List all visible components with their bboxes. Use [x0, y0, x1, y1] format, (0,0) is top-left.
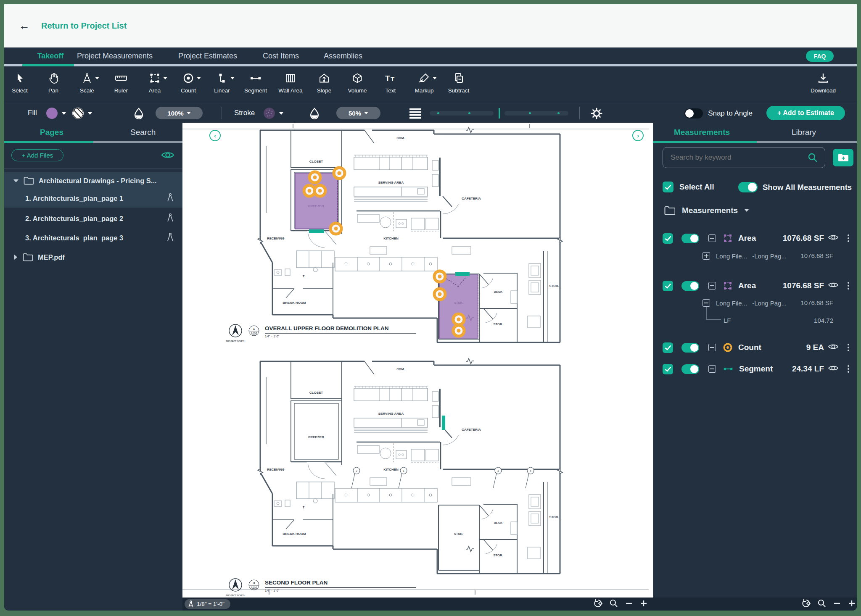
- add-files-button[interactable]: + Add Files: [11, 149, 63, 161]
- collapse-icon[interactable]: [708, 282, 716, 290]
- stroke-color-swatch[interactable]: [264, 108, 275, 119]
- tab-library[interactable]: Library: [792, 128, 816, 137]
- page-row-2[interactable]: 2. Architecturals_plan_page 2: [4, 209, 182, 228]
- row-checkbox[interactable]: [663, 364, 673, 374]
- measurement-search-box[interactable]: [663, 147, 825, 168]
- expand-icon[interactable]: [703, 252, 710, 260]
- row-checkbox[interactable]: [663, 233, 673, 244]
- svg-text:4: 4: [530, 469, 531, 472]
- gear-icon[interactable]: [590, 107, 603, 120]
- page-row-3[interactable]: 3. Architecturals_plan_page 3: [4, 229, 182, 247]
- faq-button[interactable]: FAQ: [806, 50, 834, 62]
- eye-icon[interactable]: [827, 363, 839, 374]
- zoom-out-icon[interactable]: [833, 599, 841, 608]
- tab-project-measurements[interactable]: Project Measurements: [64, 47, 165, 64]
- measurement-row[interactable]: Count 9 EA: [663, 339, 856, 356]
- measurement-row[interactable]: Area 1076.68 SF: [663, 277, 856, 294]
- plan2-title: SECOND FLOOR PLAN: [265, 579, 327, 586]
- zoom-in-icon[interactable]: [848, 599, 856, 608]
- show-all-toggle[interactable]: [738, 182, 758, 192]
- pages-visibility-eye-icon[interactable]: [161, 149, 175, 161]
- svg-text:3: 3: [497, 469, 499, 472]
- room-label-closet: CLOSET: [309, 391, 323, 395]
- measurement-search-input[interactable]: [671, 153, 797, 162]
- tool-subtract[interactable]: Subtract: [438, 71, 479, 94]
- fill-pattern-swatch[interactable]: [72, 108, 84, 119]
- drawing-canvas[interactable]: COM.CLOSETFREEZERSERVING AREACAFETERIAKI…: [182, 123, 653, 611]
- fill-label: Fill: [28, 109, 37, 117]
- next-page-button[interactable]: ›: [632, 130, 644, 141]
- row-visibility-toggle[interactable]: [681, 343, 699, 353]
- add-to-estimate-button[interactable]: + Add to Estimate: [766, 106, 845, 120]
- tab-search[interactable]: Search: [130, 128, 156, 137]
- measurement-row[interactable]: Area 1076.68 SF: [663, 230, 856, 247]
- rotate-icon[interactable]: [802, 599, 811, 608]
- row-visibility-toggle[interactable]: [681, 234, 699, 243]
- collapse-icon[interactable]: [708, 234, 716, 242]
- select-all-checkbox[interactable]: [663, 182, 673, 192]
- room-label-serving: SERVING AREA: [378, 412, 404, 416]
- page-row-1[interactable]: 1. Architecturals_plan_page 1: [4, 189, 182, 208]
- rotate-icon[interactable]: [594, 599, 603, 608]
- fill-opacity-select[interactable]: 100%: [156, 107, 203, 119]
- segment-measurement[interactable]: [442, 416, 445, 430]
- folder-expand-caret[interactable]: [13, 179, 18, 182]
- tool-download[interactable]: Download: [803, 71, 843, 94]
- folder-row-architectural[interactable]: Architectural Drawings - Pricing S...: [4, 172, 182, 189]
- fill-color-swatch[interactable]: [46, 108, 58, 119]
- return-to-project-list-link[interactable]: Return to Project List: [41, 21, 127, 31]
- add-folder-button[interactable]: [833, 149, 853, 166]
- row-visibility-toggle[interactable]: [681, 364, 699, 374]
- slider-divider: [499, 108, 500, 118]
- eye-icon[interactable]: [827, 233, 839, 244]
- zoom-out-icon[interactable]: [625, 599, 633, 608]
- measurement-type-icon: [723, 281, 733, 291]
- kebab-menu-icon[interactable]: [848, 282, 849, 290]
- measurement-type-icon: [723, 364, 734, 374]
- zoom-search-icon[interactable]: [609, 599, 618, 608]
- row-visibility-toggle[interactable]: [681, 281, 699, 291]
- folder-collapsed-caret[interactable]: [14, 255, 17, 260]
- kebab-menu-icon[interactable]: [848, 234, 849, 242]
- folder-row-mep[interactable]: MEP.pdf: [4, 249, 182, 266]
- select-all-label: Select All: [679, 182, 714, 192]
- line-weight-icon[interactable]: [409, 107, 422, 120]
- kebab-menu-icon[interactable]: [848, 344, 849, 351]
- eye-icon[interactable]: [827, 342, 839, 353]
- stroke-color-caret[interactable]: [279, 112, 283, 115]
- opacity-slider[interactable]: [504, 111, 568, 116]
- line-weight-slider[interactable]: [430, 111, 494, 116]
- tab-measurements[interactable]: Measurements: [674, 128, 730, 137]
- tab-assemblies[interactable]: Assemblies: [293, 47, 394, 64]
- measurement-row[interactable]: Segment 24.34 LF: [663, 361, 856, 377]
- snap-to-angle-toggle[interactable]: [684, 108, 703, 118]
- segment-measurement[interactable]: [309, 229, 324, 233]
- zoom-in-icon[interactable]: [639, 599, 648, 608]
- kebab-menu-icon[interactable]: [848, 365, 849, 373]
- stroke-label: Stroke: [234, 109, 255, 117]
- scale-badge[interactable]: 1/8" = 1'-0": [185, 599, 230, 609]
- row-checkbox[interactable]: [663, 342, 673, 353]
- row-checkbox[interactable]: [663, 281, 673, 291]
- pages-sidebar: Pages Search + Add Files Architectural D…: [4, 123, 182, 611]
- prev-page-button[interactable]: ‹: [209, 130, 221, 141]
- room-label-serving: SERVING AREA: [378, 181, 404, 184]
- stroke-opacity-select[interactable]: 50%: [336, 107, 380, 119]
- tab-pages[interactable]: Pages: [40, 128, 63, 137]
- measurements-group-row[interactable]: Measurements: [664, 206, 749, 215]
- segment-measurement[interactable]: [455, 272, 470, 276]
- measurement-type-icon: [723, 233, 733, 243]
- collapse-icon[interactable]: [703, 299, 710, 307]
- collapse-icon[interactable]: [708, 365, 716, 373]
- tool-segment[interactable]: Segment: [235, 71, 276, 94]
- fill-opacity-droplet-icon[interactable]: [132, 107, 145, 120]
- eye-icon[interactable]: [827, 280, 839, 291]
- fill-color-caret[interactable]: [62, 112, 66, 115]
- snap-to-angle-row: Snap to Angle: [684, 108, 753, 118]
- back-arrow-icon[interactable]: ←: [19, 19, 30, 32]
- collapse-icon[interactable]: [708, 344, 716, 351]
- title-scale: 1/4" = 1'-0": [265, 335, 280, 338]
- zoom-search-icon[interactable]: [817, 599, 827, 608]
- fill-pattern-caret[interactable]: [88, 112, 92, 115]
- stroke-opacity-droplet-icon[interactable]: [308, 107, 321, 120]
